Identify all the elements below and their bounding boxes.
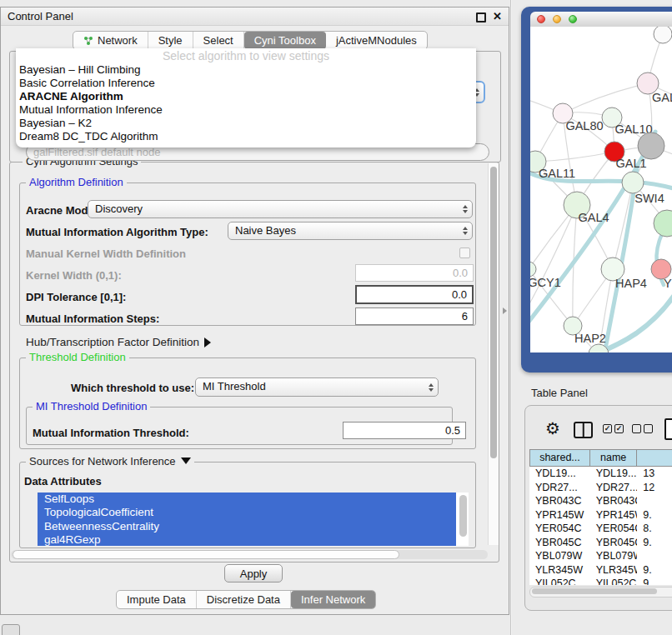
tab-jactivemnodules[interactable]: jActiveMNodules — [326, 32, 427, 49]
table-hscrollbar-thumb[interactable] — [532, 588, 657, 594]
dropdown-item[interactable]: Bayesian – Hill Climbing — [16, 63, 476, 77]
document-icon[interactable] — [664, 418, 672, 440]
tab-cyni-toolbox[interactable]: Cyni Toolbox — [244, 32, 326, 49]
table-cell: YPR145W — [529, 508, 590, 522]
table-row[interactable]: YDL19...YDL19...13 — [529, 467, 672, 481]
table-cell: YBR045C — [590, 536, 638, 550]
sources-legend: Sources for Network Inference — [29, 455, 176, 468]
hub-definition-expander[interactable]: Hub/Transcription Factor Definition — [26, 336, 211, 348]
table-cell: YDL19... — [590, 467, 638, 481]
dropdown-item[interactable]: Basic Correlation Inference — [16, 77, 476, 90]
network-node[interactable] — [654, 210, 672, 237]
network-node-gcy1[interactable] — [530, 262, 536, 277]
bottom-tab-impute-data[interactable]: Impute Data — [117, 591, 197, 608]
table-cell: 9. — [637, 536, 672, 550]
dropdown-item[interactable]: Mutual Information Inference — [16, 103, 476, 117]
dropdown-item[interactable]: Dream8 DC_TDC Algorithm — [16, 130, 476, 143]
network-node[interactable] — [638, 132, 664, 159]
network-selector-value: galFiltered.sif default node — [33, 146, 160, 158]
table-cell: YPR145W — [590, 508, 638, 522]
close-icon[interactable]: ✕ — [493, 8, 502, 26]
hub-definition-label: Hub/Transcription Factor Definition — [26, 336, 199, 348]
threshold-definition-legend: Threshold Definition — [26, 352, 129, 363]
table-row[interactable]: YIL052CYIL052C9 — [529, 577, 672, 585]
column-header[interactable] — [637, 449, 672, 467]
settings-scrollbar-thumb[interactable] — [490, 167, 497, 458]
column-header[interactable]: shared... — [529, 449, 590, 467]
checked-pair-icon[interactable]: ✓✓ — [603, 424, 624, 433]
combo-arrows-icon — [429, 383, 434, 392]
attr-list-scrollbar-thumb[interactable] — [459, 495, 467, 537]
mi-steps-label: Mutual Information Steps: — [26, 312, 159, 325]
mi-type-combobox[interactable]: Naive Bayes — [228, 222, 473, 240]
data-attributes-list[interactable]: SelfLoopsTopologicalCoefficientBetweenne… — [38, 492, 469, 546]
network-canvas[interactable]: GALGAL80GAL10GAL1GAL11SWI4GAL4GCY1HAP4YH… — [530, 27, 672, 352]
manual-kernel-checkbox[interactable] — [459, 248, 470, 258]
mi-threshold-value: 0.5 — [445, 424, 460, 437]
tab-select[interactable]: Select — [193, 32, 244, 49]
which-threshold-label: Which threshold to use: — [71, 382, 194, 394]
table-cell: YDR27... — [590, 481, 638, 495]
mi-threshold-label: Mutual Information Threshold: — [33, 427, 189, 439]
dropdown-item[interactable]: Bayesian – K2 — [16, 117, 476, 130]
kernel-width-field[interactable]: 0.0 — [355, 264, 474, 282]
tab-label: Impute Data — [127, 593, 186, 606]
split-columns-icon[interactable] — [574, 422, 593, 438]
settings-horizontal-scrollbar[interactable] — [11, 550, 488, 559]
network-window-titlebar[interactable] — [530, 12, 672, 28]
network-icon — [83, 36, 93, 46]
attribute-list-item[interactable]: gal4RGexp — [38, 533, 456, 546]
network-node[interactable] — [654, 27, 672, 43]
aracne-mode-combobox[interactable]: Discovery — [88, 200, 473, 218]
zoom-traffic-light-icon[interactable] — [569, 15, 577, 23]
network-edge — [535, 152, 614, 162]
table-row[interactable]: YER054CYER054C8. — [529, 522, 672, 536]
settings-vertical-scrollbar[interactable] — [488, 163, 499, 545]
table-panel-title: Table Panel — [531, 387, 588, 399]
mi-type-value: Naive Bayes — [235, 224, 296, 237]
tab-label: jActiveMNodules — [336, 34, 417, 47]
attribute-list-item[interactable]: TopologicalCoefficient — [38, 506, 456, 519]
table-row[interactable]: YBR043CYBR043C — [529, 494, 672, 508]
mi-steps-field[interactable]: 6 — [355, 308, 474, 325]
mi-threshold-legend: MI Threshold Definition — [33, 401, 150, 412]
network-node-label: GAL1 — [615, 157, 646, 170]
minimize-traffic-light-icon[interactable] — [553, 15, 561, 23]
table-horizontal-scrollbar[interactable] — [529, 587, 672, 598]
tab-style[interactable]: Style — [148, 32, 193, 49]
table-row[interactable]: YBR045CYBR045C9. — [529, 536, 672, 550]
table-cell: YBR043C — [590, 494, 638, 508]
control-panel-window: Control Panel ✕ NetworkStyleSelectCyni T… — [0, 7, 509, 615]
apply-button[interactable]: Apply — [224, 564, 283, 582]
table-row[interactable]: YPR145WYPR145W9. — [529, 508, 672, 522]
settings-hscrollbar-thumb[interactable] — [13, 550, 399, 559]
table-row[interactable]: YBL079WYBL079W — [529, 549, 672, 563]
column-header[interactable]: name — [590, 449, 637, 467]
bottom-tab-discretize-data[interactable]: Discretize Data — [197, 591, 291, 608]
tab-network[interactable]: Network — [73, 32, 148, 49]
dropdown-item[interactable]: ARACNE Algorithm — [16, 90, 476, 103]
network-node-swi4[interactable] — [622, 172, 644, 193]
network-node-label: GCY1 — [530, 276, 561, 289]
bottom-tab-infer-network[interactable]: Infer Network — [291, 591, 375, 608]
bottom-corner-button[interactable] — [2, 624, 20, 635]
table-cell: YIL052C — [529, 577, 590, 585]
attribute-list-item[interactable]: SelfLoops — [38, 492, 456, 506]
sources-expander[interactable]: Sources for Network Inference — [26, 456, 194, 468]
control-panel-titlebar[interactable]: Control Panel ✕ — [1, 8, 509, 26]
dpi-tolerance-field[interactable]: 0.0 — [355, 285, 474, 304]
float-window-icon[interactable] — [476, 12, 486, 22]
unchecked-pair-icon[interactable] — [632, 424, 653, 433]
network-node-label: GAL4 — [578, 211, 609, 224]
panel-resize-handle[interactable] — [503, 308, 507, 314]
table-row[interactable]: YLR345WYLR345W9. — [529, 563, 672, 578]
attribute-list-item[interactable]: BetweennessCentrality — [38, 520, 456, 533]
mi-threshold-field[interactable]: 0.5 — [343, 422, 466, 439]
close-traffic-light-icon[interactable] — [537, 15, 545, 23]
table-cell: YER054C — [590, 522, 638, 536]
tab-label: Discretize Data — [207, 593, 280, 606]
table-row[interactable]: YDR27...YDR27...12 — [529, 481, 672, 495]
control-panel-tabbar: NetworkStyleSelectCyni ToolboxjActiveMNo… — [73, 31, 428, 50]
which-threshold-combobox[interactable]: MI Threshold — [195, 378, 439, 397]
gear-icon[interactable]: ⚙ — [545, 419, 560, 438]
